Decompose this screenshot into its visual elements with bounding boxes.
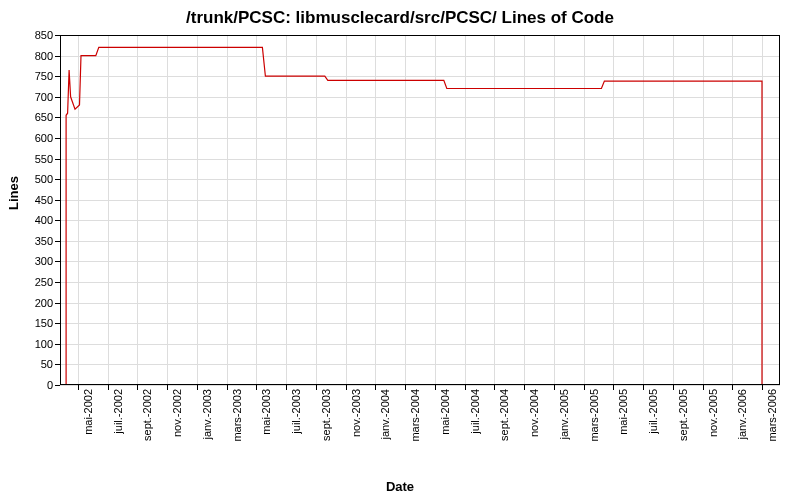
y-tick-mark xyxy=(55,344,60,345)
y-tick-label: 700 xyxy=(35,91,53,103)
x-tick-label: mai-2002 xyxy=(82,389,94,435)
y-tick-mark xyxy=(55,138,60,139)
x-tick-label: nov.-2002 xyxy=(171,389,183,437)
x-tick-label: juil.-2002 xyxy=(112,389,124,434)
y-tick-label: 0 xyxy=(47,379,53,391)
x-tick-label: janv.-2006 xyxy=(736,389,748,440)
y-tick-label: 250 xyxy=(35,276,53,288)
y-axis-label: Lines xyxy=(6,176,21,210)
x-tick-label: sept.-2005 xyxy=(677,389,689,441)
x-axis-label: Date xyxy=(0,479,800,494)
y-tick-mark xyxy=(55,241,60,242)
x-tick-label: janv.-2004 xyxy=(379,389,391,440)
x-tick-label: mars-2005 xyxy=(588,389,600,442)
x-tick-label: juil.-2003 xyxy=(290,389,302,434)
x-tick-label: sept.-2002 xyxy=(141,389,153,441)
x-tick-label: sept.-2003 xyxy=(320,389,332,441)
x-tick-label: mai-2003 xyxy=(260,389,272,435)
x-tick-label: mai-2005 xyxy=(617,389,629,435)
x-tick-label: mai-2004 xyxy=(439,389,451,435)
y-tick-mark xyxy=(55,261,60,262)
y-tick-mark xyxy=(55,282,60,283)
x-tick-label: juil.-2004 xyxy=(469,389,481,434)
y-tick-label: 650 xyxy=(35,111,53,123)
x-tick-label: janv.-2005 xyxy=(558,389,570,440)
x-tick-label: nov.-2005 xyxy=(707,389,719,437)
chart-container: /trunk/PCSC: libmusclecard/src/PCSC/ Lin… xyxy=(0,0,800,500)
y-tick-mark xyxy=(55,179,60,180)
y-tick-label: 350 xyxy=(35,235,53,247)
y-tick-mark xyxy=(55,303,60,304)
y-tick-label: 750 xyxy=(35,70,53,82)
y-tick-mark xyxy=(55,364,60,365)
x-tick-label: juil.-2005 xyxy=(647,389,659,434)
y-tick-mark xyxy=(55,159,60,160)
x-axis-ticks: mai-2002juil.-2002sept.-2002nov.-2002jan… xyxy=(60,385,780,465)
y-tick-mark xyxy=(55,56,60,57)
y-tick-label: 50 xyxy=(41,358,53,370)
y-tick-mark xyxy=(55,117,60,118)
y-tick-mark xyxy=(55,97,60,98)
y-tick-mark xyxy=(55,200,60,201)
y-axis-ticks: 0501001502002503003504004505005506006507… xyxy=(0,35,56,385)
y-tick-label: 850 xyxy=(35,29,53,41)
y-tick-mark xyxy=(55,220,60,221)
y-tick-mark xyxy=(55,35,60,36)
y-tick-mark xyxy=(55,76,60,77)
y-tick-label: 100 xyxy=(35,338,53,350)
x-tick-label: mars-2006 xyxy=(766,389,778,442)
x-tick-label: janv.-2003 xyxy=(201,389,213,440)
plot-area xyxy=(60,35,780,385)
y-tick-label: 600 xyxy=(35,132,53,144)
y-tick-mark xyxy=(55,323,60,324)
x-tick-label: sept.-2004 xyxy=(498,389,510,441)
y-tick-label: 150 xyxy=(35,317,53,329)
y-tick-label: 550 xyxy=(35,153,53,165)
chart-title: /trunk/PCSC: libmusclecard/src/PCSC/ Lin… xyxy=(0,8,800,28)
x-tick-label: mars-2003 xyxy=(231,389,243,442)
x-tick-label: mars-2004 xyxy=(409,389,421,442)
y-tick-label: 500 xyxy=(35,173,53,185)
y-tick-label: 800 xyxy=(35,50,53,62)
y-tick-label: 300 xyxy=(35,255,53,267)
x-tick-label: nov.-2004 xyxy=(528,389,540,437)
y-tick-label: 400 xyxy=(35,214,53,226)
x-tick-label: nov.-2003 xyxy=(350,389,362,437)
y-tick-label: 450 xyxy=(35,194,53,206)
y-tick-label: 200 xyxy=(35,297,53,309)
plot-border xyxy=(60,35,780,385)
